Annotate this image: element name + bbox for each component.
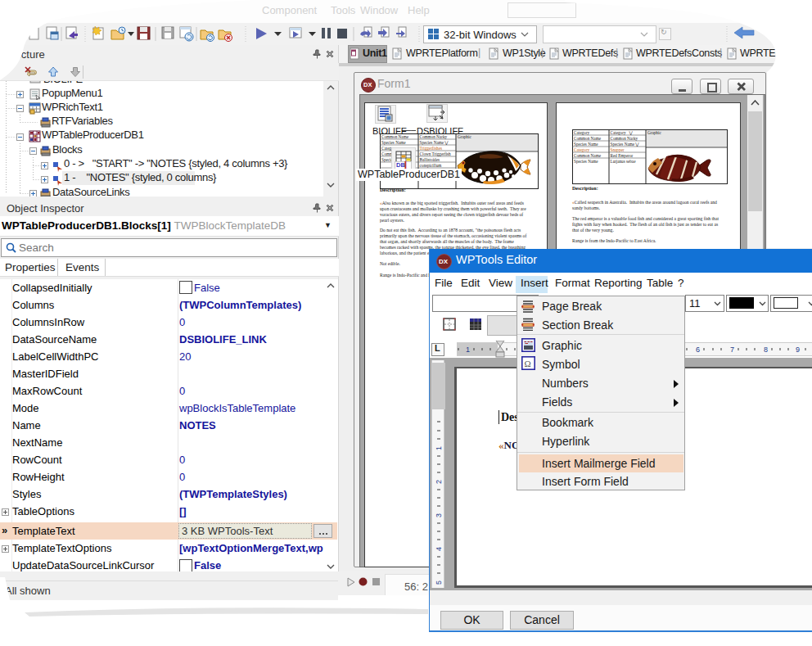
svg-text:2: 2: [435, 480, 443, 484]
svg-text:Species Name: Species Name: [574, 159, 598, 164]
svg-text:Common Name: Common Name: [381, 134, 409, 139]
svg-text:8: 8: [764, 346, 768, 354]
svg-text:3: 3: [435, 513, 443, 517]
svg-text:1: 1: [435, 446, 443, 450]
svg-text:1: 1: [466, 346, 470, 354]
svg-text:9: 9: [796, 346, 800, 354]
svg-text:7: 7: [730, 346, 734, 354]
svg-text:Clown Triggerfish: Clown Triggerfish: [420, 151, 452, 156]
svg-text:5: 5: [435, 580, 443, 585]
svg-text:Category: Category: [574, 130, 589, 135]
svg-text:Species Name: Species Name: [574, 142, 598, 147]
svg-text:Snapper: Snapper: [611, 147, 625, 152]
svg-text:Triggerfishes: Triggerfishes: [420, 146, 442, 151]
svg-text:Species Name ⋁: Species Name ⋁: [420, 140, 449, 145]
svg-text:Species Name: Species Name: [381, 140, 406, 145]
svg-text:Common Narky: Common Narky: [611, 136, 638, 141]
svg-text:Graphic: Graphic: [647, 130, 661, 135]
svg-text:Category: Category: [574, 147, 589, 152]
svg-text:Common Narky: Common Narky: [420, 134, 448, 139]
svg-text:Lutjanus sebae: Lutjanus sebae: [611, 159, 637, 164]
svg-text:4: 4: [435, 547, 443, 551]
svg-text:Common Name: Common Name: [574, 153, 602, 158]
svg-text:Common Name: Common Name: [574, 136, 602, 141]
svg-text:6: 6: [696, 346, 700, 354]
svg-text:Ballistoides: Ballistoides: [420, 157, 440, 162]
svg-text:Ω: Ω: [525, 359, 531, 368]
svg-text:Category ⋁: Category ⋁: [611, 130, 634, 135]
svg-text:Red Emperor: Red Emperor: [611, 153, 634, 158]
svg-text:Species Name ⋁: Species Name ⋁: [611, 142, 640, 147]
svg-text:conspicillum: conspicillum: [420, 163, 442, 168]
svg-text:Graphic: Graphic: [458, 134, 471, 139]
